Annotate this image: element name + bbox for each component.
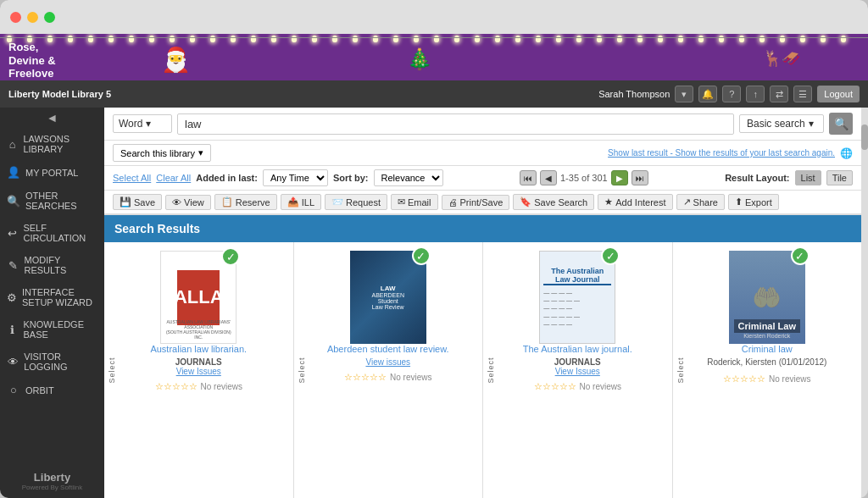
stars-aberdeen: ☆☆☆☆☆ (344, 372, 387, 383)
minimize-button[interactable] (27, 12, 38, 23)
no-reviews-criminal: No reviews (769, 374, 810, 384)
sidebar-item-other-searches[interactable]: 🔍 OTHER SEARCHES (0, 185, 104, 217)
close-button[interactable] (10, 12, 21, 23)
topbar-icon-1[interactable]: ▾ (675, 86, 693, 102)
view-issues-alj[interactable]: View Issues (555, 367, 600, 376)
sidebar-item-interface-setup-wizard[interactable]: ⚙ INTERFACE SETUP WIZARD (0, 281, 104, 313)
stars-alj: ☆☆☆☆☆ (534, 381, 576, 392)
topbar-icon-2[interactable]: ? (722, 86, 741, 102)
sidebar-item-knowledge-base[interactable]: ℹ KNOWLEDGE BASE (0, 313, 104, 346)
aberdeen-cover: LAW ABERDEEN Student Law Review ✓ (350, 251, 426, 344)
sidebar-item-lawsons-library[interactable]: ⌂ LAWSONS LIBRARY (0, 128, 104, 160)
view-button[interactable]: 👁 View (165, 195, 211, 210)
next-page-button[interactable]: ▶ (611, 170, 628, 185)
result-card-criminal: Select 🤲 Criminal Law Kiersten Roderick … (673, 242, 862, 498)
book-type-alla: JOURNALS (175, 357, 222, 367)
no-reviews-alla: No reviews (201, 382, 242, 391)
book-author-criminal: Roderick, Kiersten (01/01/2012) (707, 357, 826, 367)
search-lib-chevron-icon: ▾ (198, 147, 203, 158)
results-header: Search Results (104, 215, 861, 242)
search-button[interactable]: 🔍 (829, 113, 853, 135)
book-title-alj[interactable]: The Australian law journal. (523, 344, 632, 354)
topbar-icon-3[interactable]: ↑ (746, 86, 765, 102)
topbar-icon-5[interactable]: ☰ (793, 86, 812, 102)
orbit-icon: ○ (7, 384, 20, 396)
check-badge: ✓ (221, 247, 240, 266)
tile-layout-button[interactable]: Tile (826, 170, 853, 185)
sort-by-label: Sort by: (333, 173, 369, 183)
save-icon: 💾 (120, 196, 131, 208)
book-title-alla[interactable]: Australian law librarian. (150, 344, 247, 354)
result-layout-label: Result Layout: (725, 173, 789, 183)
santa-icon: 🎅 (161, 46, 191, 74)
reserve-button[interactable]: 📋 Reserve (214, 194, 277, 210)
export-button[interactable]: ⬆ Export (728, 194, 779, 210)
book-title-aberdeen[interactable]: Aberdeen student law review. (327, 344, 449, 354)
save-search-icon: 🔖 (520, 196, 531, 208)
share-button[interactable]: ↗ Share (676, 194, 725, 210)
select-label-aberdeen: Select (298, 357, 306, 383)
globe-icon: 🌐 (840, 147, 853, 159)
scrollbar[interactable] (861, 108, 868, 498)
book-type-alj: JOURNALS (554, 357, 601, 367)
alj-cover: The Australian Law Journal — — — — — — —… (539, 251, 615, 344)
added-time-select[interactable]: Any Time (263, 169, 328, 186)
last-search-link[interactable]: Show last result - Show the results of y… (608, 148, 835, 158)
select-all-link[interactable]: Select All (113, 173, 151, 183)
gingerbread-icon: 🎄 (407, 47, 432, 71)
email-button[interactable]: ✉ Email (391, 194, 438, 210)
first-page-button[interactable]: ⏮ (520, 170, 537, 185)
modify-icon: ✎ (7, 259, 19, 272)
knowledge-icon: ℹ (7, 324, 18, 336)
list-layout-button[interactable]: List (795, 170, 821, 185)
ill-icon: 📤 (287, 196, 299, 208)
topbar-icon-bell[interactable]: 🔔 (698, 86, 717, 102)
sidebar-bottom: Liberty Powered By Softlink (0, 464, 104, 498)
last-page-button[interactable]: ⏭ (632, 170, 648, 185)
sidebar-collapse-arrow[interactable]: ◄ (0, 108, 104, 128)
view-issues-alla[interactable]: View Issues (176, 367, 221, 376)
top-bar-right: Sarah Thompson ▾ 🔔 ? ↑ ⇄ ☰ Logout (598, 86, 860, 102)
no-reviews-aberdeen: No reviews (390, 373, 431, 382)
topbar-icon-4[interactable]: ⇄ (770, 86, 788, 102)
content-area: Word ▾ Basic search ▾ 🔍 Search this libr… (104, 108, 861, 498)
prev-page-button[interactable]: ◀ (540, 170, 557, 185)
export-icon: ⬆ (735, 196, 743, 208)
ill-button[interactable]: 📤 ILL (281, 194, 321, 210)
check-badge: ✓ (791, 246, 810, 265)
top-bar: Liberty Model Library 5 Sarah Thompson ▾… (0, 80, 868, 108)
book-title-criminal[interactable]: Criminal law (742, 344, 793, 354)
sidebar-item-modify-results[interactable]: ✎ MODIFY RESULTS (0, 249, 104, 281)
sidebar-item-self-circulation[interactable]: ↩ SELF CIRCULATION (0, 217, 104, 249)
home-icon: ⌂ (7, 138, 18, 151)
sidebar-item-visitor-logging[interactable]: 👁 VISITOR LOGGING (0, 346, 104, 378)
select-label-alj: Select (487, 357, 495, 383)
add-interest-button[interactable]: ★ Add Interest (598, 194, 672, 210)
select-clear-group: Select All Clear All (113, 173, 191, 183)
result-card-aberdeen: Select LAW ABERDEEN Student Law Review ✓ (294, 242, 483, 498)
reserve-icon: 📋 (221, 196, 233, 208)
logout-button[interactable]: Logout (817, 86, 860, 102)
search-library-dropdown[interactable]: Search this library ▾ (113, 144, 211, 162)
search-type-dropdown[interactable]: Word ▾ (113, 114, 172, 133)
print-save-button[interactable]: 🖨 Print/Save (442, 195, 510, 210)
basic-search-dropdown[interactable]: Basic search ▾ (739, 114, 824, 133)
sidebar-item-my-portal[interactable]: 👤 MY PORTAL (0, 160, 104, 185)
library-name: Liberty Model Library 5 (8, 89, 111, 99)
search-input[interactable] (177, 113, 734, 135)
results-nav: Select All Clear All Added in last: Any … (104, 166, 861, 191)
sidebar-item-orbit[interactable]: ○ ORBIT (0, 378, 104, 402)
search-icon: 🔍 (7, 195, 20, 208)
clear-all-link[interactable]: Clear All (156, 173, 191, 183)
star-row-criminal: ☆☆☆☆☆ No reviews (723, 374, 810, 385)
view-issues-aberdeen[interactable]: View issues (365, 357, 410, 367)
select-label-criminal: Select (676, 357, 685, 383)
filter-bar: Search this library ▾ Show last result -… (104, 141, 861, 166)
sort-select[interactable]: Relevance (374, 169, 443, 186)
toolbar: 💾 Save 👁 View 📋 Reserve 📤 ILL 📨 R (104, 191, 861, 215)
maximize-button[interactable] (44, 12, 55, 23)
save-button[interactable]: 💾 Save (113, 194, 162, 210)
request-button[interactable]: 📨 Request (325, 194, 387, 210)
star-row-alj: ☆☆☆☆☆ No reviews (534, 381, 621, 392)
save-search-button[interactable]: 🔖 Save Search (513, 194, 594, 210)
